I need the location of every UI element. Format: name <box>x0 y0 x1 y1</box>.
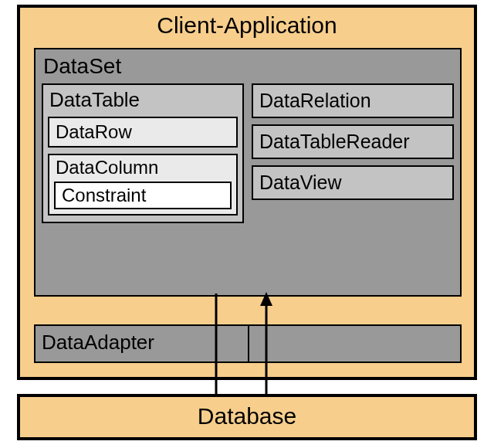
datarelation-box: DataRelation <box>252 83 454 118</box>
constraint-box: Constraint <box>54 182 232 209</box>
dataadapter-row: DataAdapter <box>34 324 462 363</box>
datatable-title: DataTable <box>48 88 238 117</box>
client-application-title: Client-Application <box>20 8 474 42</box>
dataadapter-spacer <box>249 324 462 363</box>
dataset-title: DataSet <box>42 53 454 83</box>
datacolumn-box: DataColumn Constraint <box>48 154 238 216</box>
dataadapter-box: DataAdapter <box>34 324 249 363</box>
datatable-box: DataTable DataRow DataColumn Constraint <box>42 83 244 223</box>
datatablereader-box: DataTableReader <box>252 124 454 159</box>
database-box: Database <box>17 394 477 440</box>
datarow-box: DataRow <box>48 117 238 148</box>
dataset-box: DataSet DataTable DataRow DataColumn Con… <box>34 48 462 297</box>
client-application-box: Client-Application DataSet DataTable Dat… <box>17 5 477 380</box>
datacolumn-title: DataColumn <box>54 157 232 182</box>
dataview-box: DataView <box>252 165 454 200</box>
